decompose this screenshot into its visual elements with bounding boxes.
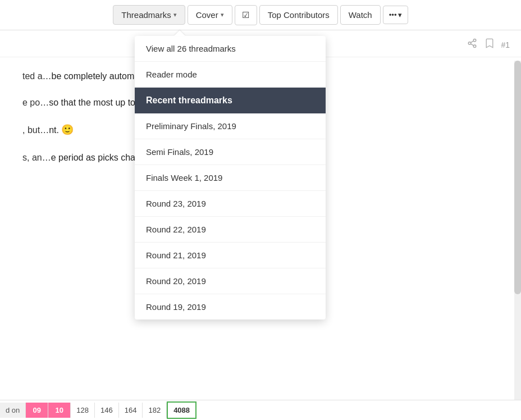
svg-line-4: [471, 41, 474, 43]
data-cell-4088: 4088: [167, 401, 196, 419]
svg-point-2: [474, 45, 477, 48]
data-cell-pink-10: 10: [48, 403, 71, 418]
svg-point-0: [474, 39, 477, 42]
threadmarks-label: Threadmarks: [121, 10, 171, 20]
dropdown-item-3[interactable]: Round 23, 2019: [135, 191, 326, 217]
watch-button[interactable]: Watch: [340, 5, 381, 25]
dropdown-item-2[interactable]: Finals Week 1, 2019: [135, 165, 326, 191]
svg-point-1: [469, 42, 472, 45]
dropdown-arrow: [174, 30, 185, 36]
dropdown-item-6[interactable]: Round 20, 2019: [135, 268, 326, 294]
watch-label: Watch: [349, 10, 372, 20]
view-all-threadmarks-item[interactable]: View all 26 threadmarks: [135, 36, 326, 62]
smiley-emoji: 🙂: [61, 124, 74, 135]
cover-button[interactable]: Cover ▾: [188, 5, 232, 25]
data-cell-146: 146: [95, 403, 119, 418]
top-contributors-button[interactable]: Top Contributors: [259, 5, 338, 25]
recent-threadmarks-header: Recent threadmarks: [135, 88, 326, 113]
checkbox-icon-button[interactable]: ☑: [235, 5, 257, 25]
top-contributors-label: Top Contributors: [268, 10, 330, 20]
data-cell-128: 128: [71, 403, 95, 418]
share-button[interactable]: [466, 37, 478, 52]
data-cells: 09 10 128 146 164 182 4088: [26, 401, 196, 419]
data-cell-164: 164: [119, 403, 143, 418]
threadmarks-button[interactable]: Threadmarks ▾: [113, 5, 185, 25]
dropdown-menu: View all 26 threadmarks Reader mode Rece…: [135, 36, 326, 319]
cover-chevron-icon: ▾: [221, 11, 224, 19]
threadmarks-chevron-icon: ▾: [173, 11, 177, 19]
dropdown-item-5[interactable]: Round 21, 2019: [135, 243, 326, 268]
bookmark-button[interactable]: [484, 37, 495, 52]
more-chevron-icon: ▾: [398, 11, 402, 19]
main-toolbar: Threadmarks ▾ Cover ▾ ☑ Top Contributors…: [0, 0, 521, 30]
scrollbar[interactable]: [514, 61, 521, 420]
scrollbar-thumb[interactable]: [514, 61, 521, 294]
dropdown-item-0[interactable]: Preliminary Finals, 2019: [135, 113, 326, 139]
dropdown-item-4[interactable]: Round 22, 2019: [135, 217, 326, 243]
more-button[interactable]: ••• ▾: [383, 6, 408, 24]
data-cell-182: 182: [143, 403, 167, 418]
checkbox-icon: ☑: [242, 10, 249, 20]
cover-label: Cover: [196, 10, 218, 20]
bookmark-icon: [485, 39, 494, 51]
share-icon: [467, 39, 477, 51]
reader-mode-item[interactable]: Reader mode: [135, 62, 326, 88]
data-cell-pink-09: 09: [26, 403, 48, 418]
threadmarks-dropdown: View all 26 threadmarks Reader mode Rece…: [135, 30, 326, 319]
dropdown-item-1[interactable]: Semi Finals, 2019: [135, 139, 326, 165]
dropdown-item-7[interactable]: Round 19, 2019: [135, 294, 326, 319]
svg-line-3: [471, 44, 474, 45]
data-row: d on 09 10 128 146 164 182 4088: [0, 400, 521, 420]
article-number: #1: [501, 40, 510, 49]
data-row-label: d on: [0, 403, 26, 418]
more-dots-icon: •••: [389, 11, 397, 19]
